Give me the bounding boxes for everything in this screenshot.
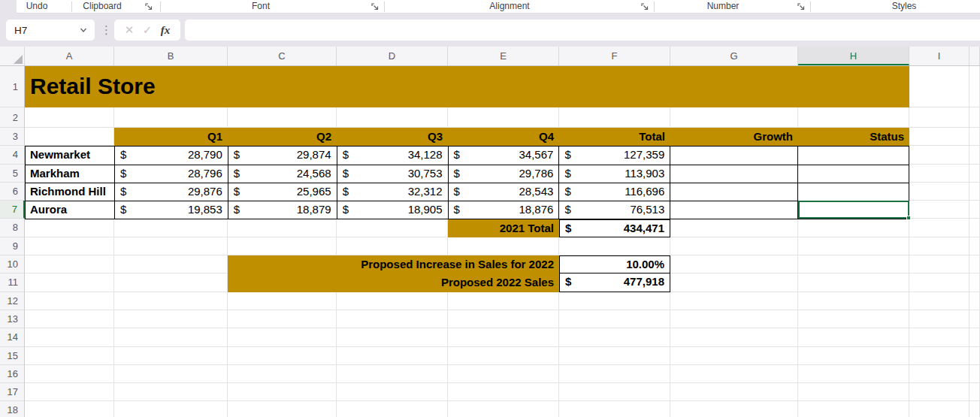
cell-B12[interactable] <box>114 292 228 310</box>
cell-H6[interactable] <box>798 183 909 201</box>
insert-function-icon[interactable]: fx <box>161 24 171 37</box>
cell-stub-8[interactable] <box>969 219 980 237</box>
cell-F12[interactable] <box>559 292 670 310</box>
row-header-7[interactable]: 7 <box>0 201 25 219</box>
cell-B17[interactable] <box>114 383 228 401</box>
select-all-button[interactable] <box>0 47 25 65</box>
cell-G14[interactable] <box>670 328 798 346</box>
header-q4[interactable]: Q4 <box>448 128 559 146</box>
cell-G16[interactable] <box>670 365 798 383</box>
column-header-F[interactable]: F <box>559 47 670 65</box>
cell-D18[interactable] <box>337 401 448 417</box>
cell-G18[interactable] <box>670 401 798 417</box>
cell-I18[interactable] <box>909 401 969 417</box>
cell-B18[interactable] <box>114 401 228 417</box>
row-header-5[interactable]: 5 <box>0 165 24 183</box>
cell-E17[interactable] <box>448 383 559 401</box>
cell-E5[interactable]: $29,786 <box>449 165 560 183</box>
row-header-18[interactable]: 18 <box>0 401 24 417</box>
cell-B2[interactable] <box>114 107 228 128</box>
cell-H15[interactable] <box>798 347 909 365</box>
cell-D13[interactable] <box>337 310 448 328</box>
cell-B16[interactable] <box>114 365 228 383</box>
row-header-4[interactable]: 4 <box>0 146 24 164</box>
cell-I1[interactable] <box>909 66 969 107</box>
cell-2021-total-value[interactable]: $434,471 <box>559 219 670 237</box>
cell-proposed-increase-label[interactable]: Proposed Increase in Sales for 2022 <box>228 255 559 273</box>
cell-A17[interactable] <box>25 383 114 401</box>
cell-F5[interactable]: $113,903 <box>559 165 670 183</box>
cell-2021-total-label[interactable]: 2021 Total <box>448 219 559 237</box>
cell-stub-18[interactable] <box>969 401 980 417</box>
cell-F7[interactable]: $76,513 <box>559 201 670 219</box>
cell-H10[interactable] <box>798 255 909 273</box>
cell-I2[interactable] <box>909 107 969 128</box>
cell-H14[interactable] <box>798 328 909 346</box>
cell-G10[interactable] <box>670 255 798 273</box>
cell-A7[interactable]: Aurora <box>26 201 115 219</box>
cell-F18[interactable] <box>559 401 670 417</box>
cell-I17[interactable] <box>909 383 969 401</box>
cell-stub-14[interactable] <box>969 328 980 346</box>
cell-G8[interactable] <box>670 219 798 237</box>
header-q1[interactable]: Q1 <box>114 128 228 146</box>
row-header-15[interactable]: 15 <box>0 347 24 365</box>
cell-I4[interactable] <box>909 146 969 164</box>
cell-B6[interactable]: $29,876 <box>115 183 228 201</box>
cell-C8[interactable] <box>228 219 337 237</box>
cell-E7[interactable]: $18,876 <box>449 201 560 219</box>
cell-G7[interactable] <box>670 201 798 219</box>
selected-cell-H7[interactable] <box>798 201 909 219</box>
header-total[interactable]: Total <box>559 128 670 146</box>
cell-E18[interactable] <box>448 401 559 417</box>
cell-stub-15[interactable] <box>969 347 980 365</box>
cell-A6[interactable]: Richmond Hill <box>26 183 115 201</box>
cell-stub-1[interactable] <box>969 66 980 107</box>
cell-C12[interactable] <box>228 292 337 310</box>
cell-C5[interactable]: $24,568 <box>228 165 337 183</box>
cell-B15[interactable] <box>114 347 228 365</box>
column-header-G[interactable]: G <box>670 47 798 65</box>
cell-I14[interactable] <box>909 328 969 346</box>
row-header-9[interactable]: 9 <box>0 237 24 255</box>
cell-D8[interactable] <box>337 219 448 237</box>
cell-E2[interactable] <box>448 107 559 128</box>
row-header-11[interactable]: 11 <box>0 273 24 292</box>
cell-A12[interactable] <box>25 292 114 310</box>
row-header-16[interactable]: 16 <box>0 365 24 383</box>
cell-I5[interactable] <box>909 165 969 183</box>
cell-I8[interactable] <box>909 219 969 237</box>
cell-A4[interactable]: Newmarket <box>26 147 115 165</box>
cell-I7[interactable] <box>909 201 969 219</box>
cell-G6[interactable] <box>670 183 798 201</box>
cell-A18[interactable] <box>25 401 114 417</box>
cell-D2[interactable] <box>337 107 448 128</box>
cell-I6[interactable] <box>909 183 969 201</box>
cell-A8[interactable] <box>25 219 114 237</box>
cell-H4[interactable] <box>798 147 909 165</box>
header-q2[interactable]: Q2 <box>228 128 337 146</box>
font-dialog-launcher-icon[interactable] <box>371 2 380 11</box>
cell-I16[interactable] <box>909 365 969 383</box>
cell-F4[interactable]: $127,359 <box>559 147 670 165</box>
cell-G5[interactable] <box>670 165 798 183</box>
cell-E9[interactable] <box>448 237 559 255</box>
cell-A15[interactable] <box>25 347 114 365</box>
formula-bar-input[interactable] <box>185 20 980 41</box>
cell-B9[interactable] <box>114 237 228 255</box>
cell-H12[interactable] <box>798 292 909 310</box>
cell-proposed-increase-value[interactable]: 10.00% <box>559 255 670 273</box>
row-header-10[interactable]: 10 <box>0 255 24 273</box>
cell-A16[interactable] <box>25 365 114 383</box>
column-header-I[interactable]: I <box>909 47 969 65</box>
cell-H13[interactable] <box>798 310 909 328</box>
cell-D7[interactable]: $18,905 <box>337 201 449 219</box>
cell-E14[interactable] <box>448 328 559 346</box>
cell-stub-17[interactable] <box>969 383 980 401</box>
cell-I15[interactable] <box>909 347 969 365</box>
cell-D16[interactable] <box>337 365 448 383</box>
cell-F13[interactable] <box>559 310 670 328</box>
cell-F2[interactable] <box>559 107 670 128</box>
cell-stub-13[interactable] <box>969 310 980 328</box>
cell-G13[interactable] <box>670 310 798 328</box>
